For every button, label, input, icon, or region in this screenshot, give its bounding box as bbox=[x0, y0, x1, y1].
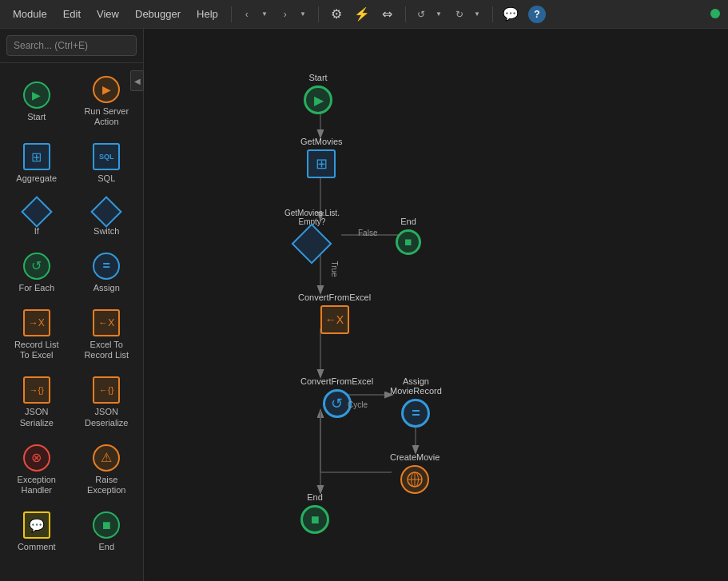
end-circle-1: ⏹ bbox=[396, 229, 421, 255]
separator-2 bbox=[318, 6, 319, 22]
switch-icon bbox=[90, 196, 122, 228]
nav-forward-dropdown[interactable]: ▼ bbox=[294, 6, 312, 23]
redo-group: ↻ ▼ bbox=[451, 6, 486, 23]
decision-flow-node[interactable]: GetMovies.List. Empty? bbox=[284, 209, 340, 258]
menu-edit[interactable]: Edit bbox=[57, 5, 87, 23]
create-movie-flow-label: CreateMovie bbox=[390, 452, 440, 462]
redo-btn[interactable]: ↻ bbox=[451, 6, 468, 23]
compare-icon[interactable]: ⇔ bbox=[376, 3, 399, 26]
get-movies-flow-node[interactable]: GetMovies ⊞ bbox=[300, 137, 343, 178]
end-flow-node-2[interactable]: End ⏹ bbox=[300, 492, 329, 534]
sidebar-item-for-each[interactable]: ↺ For Each bbox=[3, 246, 70, 300]
sidebar-item-json-serialize-label: JSONSerialize bbox=[20, 407, 54, 428]
end-circle-2: ⏹ bbox=[300, 505, 329, 534]
convert-from-excel-icon: ←X bbox=[320, 305, 349, 334]
sql-icon: SQL bbox=[93, 143, 120, 170]
separator-4 bbox=[492, 6, 493, 22]
flow-canvas[interactable]: Start ▶ GetMovies ⊞ GetMovies.List. Empt… bbox=[144, 29, 728, 581]
raise-exception-icon: ⚠ bbox=[93, 444, 120, 472]
start-sidebar-icon: ▶ bbox=[23, 82, 50, 109]
if-icon bbox=[21, 196, 53, 228]
redo-dropdown[interactable]: ▼ bbox=[468, 6, 486, 23]
menu-module[interactable]: Module bbox=[6, 5, 54, 23]
sidebar-item-exception-handler-label: ExceptionHandler bbox=[18, 475, 56, 495]
menubar: Module Edit View Debugger Help ‹ ▼ › ▼ ⚙… bbox=[0, 0, 728, 29]
assign-icon: = bbox=[93, 253, 120, 280]
sidebar-item-raise-exception-label: RaiseException bbox=[87, 475, 125, 495]
start-flow-label: Start bbox=[308, 73, 327, 82]
sidebar-item-run-server-action-label: Run ServerAction bbox=[84, 106, 129, 127]
create-movie-icon bbox=[400, 465, 429, 494]
nav-forward-btn[interactable]: › bbox=[276, 6, 294, 23]
sidebar-item-exception-handler[interactable]: ⊗ ExceptionHandler bbox=[3, 438, 70, 502]
sidebar-grid: ▶ Start ▶ Run ServerAction ⊞ Aggregate bbox=[0, 63, 143, 565]
undo-dropdown[interactable]: ▼ bbox=[430, 6, 448, 23]
nav-back-btn[interactable]: ‹ bbox=[238, 6, 256, 23]
assign-movie-record-flow-node[interactable]: Assign MovieRecord = bbox=[390, 376, 442, 428]
sidebar-item-if[interactable]: If bbox=[3, 194, 70, 243]
separator-3 bbox=[405, 6, 406, 22]
undo-group: ↺ ▼ bbox=[412, 6, 448, 23]
sidebar-item-sql[interactable]: SQL SQL bbox=[74, 137, 141, 190]
settings-icon[interactable]: ⚙ bbox=[325, 3, 348, 26]
end-flow-node-1[interactable]: End ⏹ bbox=[396, 217, 421, 255]
menu-debugger[interactable]: Debugger bbox=[129, 5, 187, 23]
menu-help[interactable]: Help bbox=[190, 5, 225, 23]
sidebar-item-assign-label: Assign bbox=[93, 283, 120, 293]
menu-view[interactable]: View bbox=[90, 5, 125, 23]
comment-icon[interactable]: 💬 bbox=[499, 3, 522, 26]
sidebar-item-start[interactable]: ▶ Start bbox=[3, 70, 70, 133]
sidebar-item-json-serialize[interactable]: →{} JSONSerialize bbox=[3, 370, 70, 434]
assign-circle: = bbox=[401, 399, 430, 428]
undo-btn[interactable]: ↺ bbox=[412, 6, 430, 23]
sidebar-item-record-list-to-excel-label: Record ListTo Excel bbox=[14, 340, 59, 360]
assign-movie-record-flow-label: Assign MovieRecord bbox=[390, 376, 442, 396]
for-each-icon: ↺ bbox=[23, 253, 50, 280]
get-movies-flow-label: GetMovies bbox=[300, 137, 343, 146]
sidebar-item-assign[interactable]: = Assign bbox=[74, 246, 141, 300]
end-flow-label-1: End bbox=[400, 217, 416, 226]
sidebar: ▶ Start ▶ Run ServerAction ⊞ Aggregate bbox=[0, 29, 144, 581]
nav-forward-group: › ▼ bbox=[276, 6, 312, 23]
foreach-flow-label: ConvertFromExcel bbox=[300, 376, 373, 386]
sidebar-item-excel-to-record-list[interactable]: ←X Excel ToRecord List bbox=[74, 303, 141, 367]
get-movies-icon: ⊞ bbox=[307, 149, 336, 178]
extension-icon[interactable]: ⚡ bbox=[351, 3, 373, 26]
sidebar-item-for-each-label: For Each bbox=[18, 283, 54, 293]
foreach-flow-node[interactable]: ConvertFromExcel ↺ bbox=[300, 376, 373, 418]
sidebar-collapse-btn[interactable]: ◀ bbox=[130, 70, 144, 91]
sidebar-item-raise-exception[interactable]: ⚠ RaiseException bbox=[74, 438, 141, 502]
sidebar-item-record-list-to-excel[interactable]: →X Record ListTo Excel bbox=[3, 303, 70, 367]
end-sidebar-icon: ⏹ bbox=[93, 511, 120, 539]
true-flow-label: True bbox=[330, 261, 339, 277]
search-input[interactable] bbox=[6, 35, 137, 56]
sidebar-item-start-label: Start bbox=[27, 112, 46, 122]
nav-back-dropdown[interactable]: ▼ bbox=[256, 6, 273, 23]
sidebar-item-end[interactable]: ⏹ End bbox=[74, 505, 141, 559]
sidebar-item-sql-label: SQL bbox=[97, 173, 115, 184]
excel-to-record-list-icon: ←X bbox=[93, 309, 120, 336]
sidebar-item-comment-label: Comment bbox=[18, 542, 56, 552]
sidebar-item-json-deserialize[interactable]: ←{} JSONDeserialize bbox=[74, 370, 141, 434]
cycle-flow-label: Cycle bbox=[348, 400, 368, 409]
sidebar-item-switch[interactable]: Switch bbox=[74, 194, 141, 243]
convert-from-excel-flow-label: ConvertFromExcel bbox=[298, 292, 371, 302]
sidebar-item-json-deserialize-label: JSONDeserialize bbox=[85, 407, 128, 428]
start-circle: ▶ bbox=[304, 86, 332, 114]
sidebar-item-excel-to-record-list-label: Excel ToRecord List bbox=[84, 340, 129, 360]
sidebar-item-aggregate-label: Aggregate bbox=[16, 173, 57, 184]
aggregate-icon: ⊞ bbox=[23, 143, 50, 170]
record-list-to-excel-icon: →X bbox=[23, 309, 50, 336]
run-server-action-icon: ▶ bbox=[93, 76, 120, 103]
sidebar-item-comment[interactable]: 💬 Comment bbox=[3, 505, 70, 559]
flow-svg bbox=[144, 29, 728, 581]
comment-sidebar-icon: 💬 bbox=[23, 511, 50, 539]
convert-from-excel-flow-node[interactable]: ConvertFromExcel ←X bbox=[298, 292, 371, 334]
create-movie-flow-node[interactable]: CreateMovie bbox=[390, 452, 440, 494]
help-btn[interactable]: ? bbox=[528, 6, 546, 23]
json-serialize-icon: →{} bbox=[23, 376, 50, 404]
json-deserialize-icon: ←{} bbox=[93, 376, 120, 404]
sidebar-item-aggregate[interactable]: ⊞ Aggregate bbox=[3, 137, 70, 190]
start-flow-node[interactable]: Start ▶ bbox=[304, 73, 332, 114]
status-dot bbox=[710, 9, 722, 20]
